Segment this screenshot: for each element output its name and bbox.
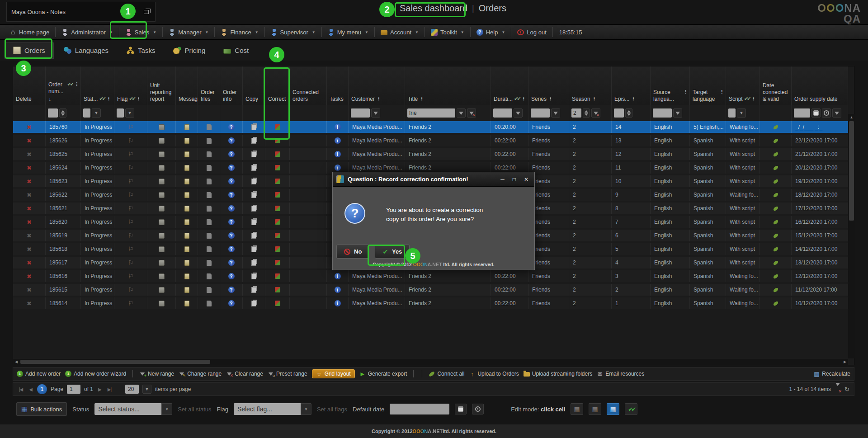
cell-unit_report[interactable] — [147, 121, 176, 133]
flag-icon[interactable]: ⚐ — [128, 151, 134, 158]
default-date-input[interactable] — [390, 404, 449, 414]
messages-icon[interactable] — [184, 246, 189, 252]
scroll-up-icon[interactable]: ▲ — [848, 114, 855, 120]
tasks-info-icon[interactable]: i — [335, 273, 341, 279]
messages-icon[interactable] — [184, 233, 189, 239]
tasks-info-icon[interactable]: i — [335, 151, 341, 157]
order-files-icon[interactable] — [207, 273, 212, 279]
status-select[interactable]: Select status... ▼ — [94, 403, 172, 415]
delete-icon[interactable]: ✖ — [27, 259, 32, 266]
clock-icon[interactable] — [472, 404, 484, 414]
tasks-info-icon[interactable]: i — [335, 137, 341, 144]
spinner-order[interactable] — [59, 108, 66, 118]
copy-icon[interactable] — [251, 165, 256, 171]
copy-icon[interactable] — [251, 206, 256, 212]
cell-flag[interactable]: ⚐ — [114, 135, 147, 146]
minimize-icon[interactable]: ─ — [498, 176, 507, 183]
copy-icon[interactable] — [251, 124, 256, 130]
copy-icon[interactable] — [251, 233, 256, 239]
copy-icon[interactable] — [251, 287, 256, 293]
column-header-title[interactable]: Title⋮ — [405, 66, 491, 105]
correct-icon[interactable] — [275, 192, 280, 198]
scroll-right-icon[interactable]: ▶ — [842, 360, 848, 364]
tab-cost[interactable]: Cost — [215, 42, 257, 59]
cell-date_valid[interactable] — [760, 175, 792, 187]
cell-messages[interactable] — [176, 175, 198, 187]
scroll-left-icon[interactable]: ◀ — [13, 360, 19, 364]
column-header-episode[interactable]: Epis...⋮ — [612, 66, 651, 105]
cell-order_info[interactable]: ? — [220, 243, 243, 255]
filter-clock-icon[interactable] — [822, 108, 831, 118]
cell-flag[interactable]: ⚐ — [114, 203, 147, 214]
column-menu-icon[interactable]: ⋮ — [106, 96, 111, 101]
order-files-icon[interactable] — [207, 219, 212, 225]
cell-messages[interactable] — [176, 162, 198, 174]
messages-icon[interactable] — [184, 165, 189, 171]
cell-messages[interactable] — [176, 270, 198, 282]
cell-flag[interactable]: ⚐ — [114, 216, 147, 228]
order-info-icon[interactable]: ? — [228, 287, 235, 293]
menu-item-finance[interactable]: Finance▼ — [215, 24, 264, 40]
unit-report-icon[interactable] — [159, 246, 165, 252]
correct-icon[interactable] — [275, 287, 280, 292]
column-header-order[interactable]: Order num...✔✔⋮↓ — [46, 66, 81, 105]
column-menu-icon[interactable]: ⋮ — [419, 96, 424, 101]
column-header-copy[interactable]: Copy — [243, 66, 265, 105]
table-row[interactable]: ✖185614In Progress⚐?iMaya Media Produ...… — [13, 297, 848, 309]
next-page-button[interactable]: ▶ — [97, 387, 103, 392]
spinner-episode[interactable] — [625, 108, 632, 118]
cell-correct[interactable] — [265, 270, 290, 282]
filter-funnel-supply_date[interactable] — [832, 108, 841, 118]
cell-order_files[interactable] — [198, 135, 220, 146]
column-header-tasks[interactable]: Tasks — [327, 66, 349, 105]
correct-icon[interactable] — [275, 260, 280, 265]
items-per-page-dropdown-icon[interactable]: ▼ — [142, 385, 151, 394]
cell-copy[interactable] — [243, 230, 265, 241]
upload-to-orders-button[interactable]: ↑Upload to Orders — [469, 371, 519, 377]
cell-delete[interactable]: ✖ — [13, 297, 46, 309]
column-menu-icon[interactable]: ⋮ — [548, 96, 553, 101]
last-page-button[interactable]: ▶| — [106, 387, 113, 392]
cell-messages[interactable] — [176, 189, 198, 201]
cell-correct[interactable] — [265, 284, 290, 296]
filter-calendar-icon[interactable] — [811, 108, 821, 118]
cell-delete[interactable]: ✖ — [13, 203, 46, 214]
set-all-flags-button[interactable]: Set all flags — [317, 406, 347, 413]
cell-date_valid[interactable] — [760, 297, 792, 309]
cell-order_info[interactable]: ? — [220, 257, 243, 268]
filter-funnel-source_lang[interactable] — [673, 108, 682, 118]
preset-range-button[interactable]: oPreset range — [268, 371, 307, 377]
order-info-icon[interactable]: ? — [228, 300, 235, 306]
cell-correct[interactable] — [265, 203, 290, 214]
cell-order_info[interactable]: ? — [220, 135, 243, 146]
filter-input-flag[interactable] — [117, 108, 124, 118]
cell-order_files[interactable] — [198, 257, 220, 268]
unit-report-icon[interactable] — [159, 138, 165, 144]
cell-messages[interactable] — [176, 121, 198, 133]
cell-date_valid[interactable] — [760, 121, 792, 133]
layout-view-3-button[interactable]: ▦ — [607, 403, 619, 415]
table-row[interactable]: ✖185626In Progress⚐?iMaya Media Produ...… — [13, 135, 848, 146]
cell-copy[interactable] — [243, 284, 265, 296]
flag-icon[interactable]: ⚐ — [128, 245, 134, 253]
order-info-icon[interactable]: ? — [228, 246, 235, 252]
filter-dropdown-script[interactable]: ▼ — [737, 108, 746, 118]
cell-date_valid[interactable] — [760, 162, 792, 174]
delete-icon[interactable]: ✖ — [27, 124, 32, 131]
tasks-info-icon[interactable]: i — [335, 165, 341, 171]
column-menu-icon[interactable]: ⋮ — [631, 96, 636, 101]
order-info-icon[interactable]: ? — [228, 151, 235, 157]
cell-order_files[interactable] — [198, 230, 220, 241]
cell-unit_report[interactable] — [147, 203, 176, 214]
cell-unit_report[interactable] — [147, 297, 176, 309]
connect-all-button[interactable]: Connect all — [429, 371, 464, 377]
cell-messages[interactable] — [176, 216, 198, 228]
cell-flag[interactable]: ⚐ — [114, 243, 147, 255]
cell-copy[interactable] — [243, 270, 265, 282]
order-files-icon[interactable] — [207, 246, 212, 252]
menu-item-manager[interactable]: Manager▼ — [163, 24, 214, 40]
menu-item-administrator[interactable]: Administrator▼ — [56, 24, 119, 40]
filter-input-title[interactable]: frie — [407, 108, 455, 118]
table-row[interactable]: ✖185616In Progress⚐?iMaya Media Produ...… — [13, 270, 848, 282]
layout-view-2-button[interactable]: ▦ — [589, 403, 601, 415]
